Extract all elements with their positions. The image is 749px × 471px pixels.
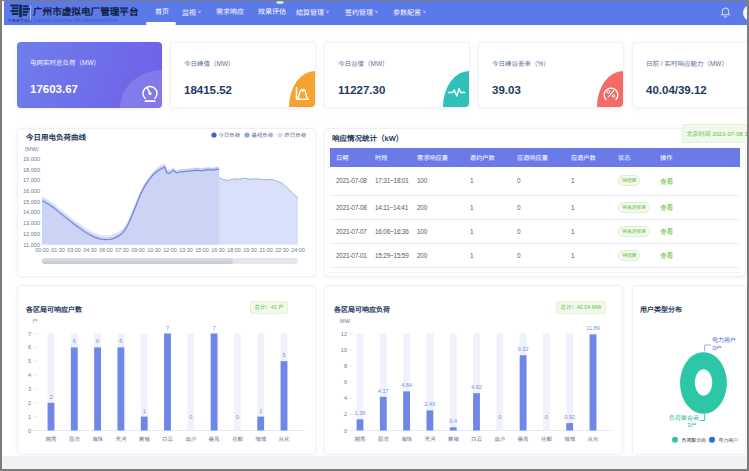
svg-text:4.84: 4.84 bbox=[401, 382, 412, 388]
svg-text:荔湾: 荔湾 bbox=[378, 436, 390, 442]
svg-text:2: 2 bbox=[28, 400, 31, 406]
svg-text:天河: 天河 bbox=[424, 436, 436, 442]
svg-text:0: 0 bbox=[189, 414, 192, 420]
svg-text:负荷聚合商: 负荷聚合商 bbox=[669, 414, 699, 421]
svg-text:番禺: 番禺 bbox=[209, 436, 220, 442]
svg-text:荔湾: 荔湾 bbox=[69, 436, 81, 442]
svg-text:2: 2 bbox=[344, 411, 347, 417]
svg-text:0: 0 bbox=[545, 414, 548, 420]
svg-text:7: 7 bbox=[166, 325, 169, 331]
svg-text:电力用户: 电力用户 bbox=[712, 336, 736, 343]
svg-text:黄埔: 黄埔 bbox=[139, 436, 151, 442]
svg-text:6: 6 bbox=[119, 338, 122, 344]
svg-text:9.32: 9.32 bbox=[518, 346, 529, 352]
svg-text:1: 1 bbox=[259, 408, 262, 414]
svg-text:3: 3 bbox=[28, 386, 31, 392]
svg-text:11.89: 11.89 bbox=[586, 325, 600, 331]
svg-text:海珠: 海珠 bbox=[92, 436, 104, 442]
svg-text:1.39: 1.39 bbox=[355, 410, 366, 416]
svg-text:0: 0 bbox=[498, 414, 501, 420]
svg-text:2.49: 2.49 bbox=[424, 401, 435, 407]
svg-text:4.17: 4.17 bbox=[378, 388, 389, 394]
svg-text:0户: 0户 bbox=[713, 344, 722, 351]
svg-text:从化: 从化 bbox=[587, 436, 599, 442]
svg-text:12: 12 bbox=[341, 331, 347, 337]
svg-text:6: 6 bbox=[344, 379, 347, 385]
svg-text:番禺: 番禺 bbox=[518, 436, 529, 442]
svg-text:0: 0 bbox=[236, 414, 239, 420]
svg-text:白云: 白云 bbox=[162, 436, 174, 442]
svg-text:6: 6 bbox=[96, 338, 99, 344]
svg-text:黄埔: 黄埔 bbox=[448, 436, 460, 442]
svg-text:南沙: 南沙 bbox=[185, 436, 197, 442]
svg-text:负荷聚合商: 负荷聚合商 bbox=[682, 437, 707, 443]
svg-text:10: 10 bbox=[341, 347, 347, 353]
svg-text:0: 0 bbox=[344, 428, 347, 434]
svg-text:白云: 白云 bbox=[471, 436, 483, 442]
svg-text:2: 2 bbox=[49, 394, 52, 400]
svg-text:1: 1 bbox=[143, 408, 146, 414]
svg-text:MW: MW bbox=[340, 318, 351, 324]
svg-text:南沙: 南沙 bbox=[494, 436, 506, 442]
svg-text:0: 0 bbox=[28, 428, 31, 434]
svg-text:5: 5 bbox=[282, 352, 285, 358]
svg-text:越秀: 越秀 bbox=[45, 436, 57, 442]
svg-text:4: 4 bbox=[344, 395, 347, 401]
svg-text:7: 7 bbox=[28, 331, 31, 337]
svg-text:5: 5 bbox=[28, 358, 31, 364]
svg-text:增城: 增城 bbox=[255, 436, 267, 442]
svg-text:天河: 天河 bbox=[115, 436, 127, 442]
svg-text:电力用户: 电力用户 bbox=[719, 437, 739, 443]
svg-text:花都: 花都 bbox=[232, 436, 244, 442]
svg-text:0.4: 0.4 bbox=[449, 418, 457, 424]
svg-text:花都: 花都 bbox=[541, 436, 553, 442]
svg-text:1: 1 bbox=[28, 414, 31, 420]
svg-text:6: 6 bbox=[73, 338, 76, 344]
svg-text:6: 6 bbox=[28, 344, 31, 350]
svg-text:7: 7 bbox=[213, 325, 216, 331]
svg-text:0.92: 0.92 bbox=[564, 414, 575, 420]
svg-text:户: 户 bbox=[32, 318, 38, 324]
svg-text:4.62: 4.62 bbox=[471, 384, 482, 390]
svg-text:从化: 从化 bbox=[278, 436, 290, 442]
svg-text:3户: 3户 bbox=[687, 421, 696, 428]
svg-text:海珠: 海珠 bbox=[401, 436, 413, 442]
svg-text:4: 4 bbox=[28, 372, 31, 378]
svg-text:越秀: 越秀 bbox=[354, 436, 366, 442]
svg-text:增城: 增城 bbox=[564, 436, 576, 442]
svg-text:8: 8 bbox=[344, 363, 347, 369]
